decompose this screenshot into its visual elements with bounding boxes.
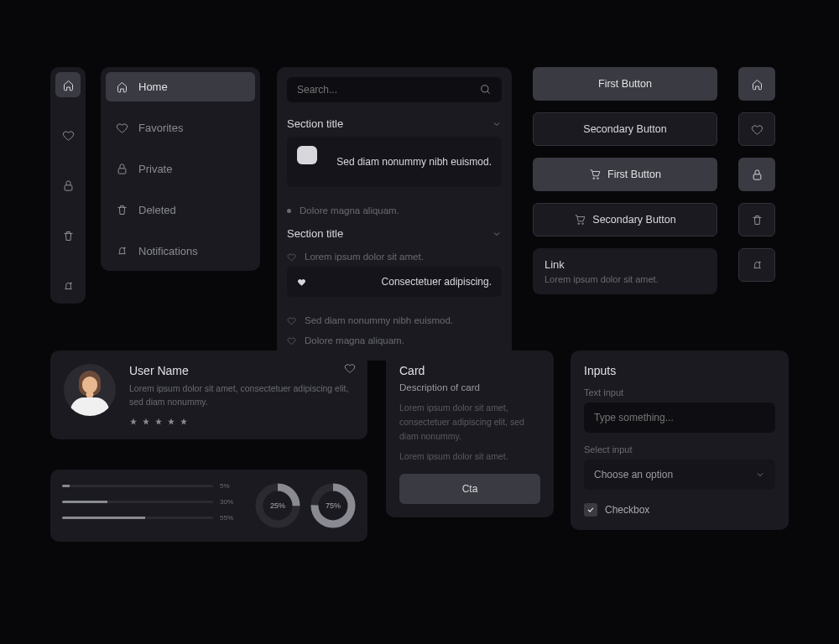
link-desc: Lorem ipsum dolor sit amet. xyxy=(545,274,706,284)
checkbox-label: Checkbox xyxy=(605,504,649,516)
list-item[interactable]: Consectetuer adipiscing. xyxy=(287,267,502,297)
list-item[interactable]: Sed diam nonummy nibh euismod. xyxy=(287,310,502,330)
svg-point-3 xyxy=(124,247,125,248)
search-input[interactable] xyxy=(297,84,480,96)
checkbox-row[interactable]: Checkbox xyxy=(584,503,775,517)
card: Card Description of card Lorem ipsum dol… xyxy=(386,351,554,517)
star-icon xyxy=(180,418,188,426)
sidebar-item-notifications[interactable]: Notifications xyxy=(106,236,255,266)
link-card[interactable]: Link Lorem ipsum dolor sit amet. xyxy=(533,248,717,294)
link-title: Link xyxy=(545,258,706,271)
primary-button[interactable]: First Button xyxy=(533,67,717,101)
icon-rail xyxy=(50,67,86,304)
progress-bar: 5% xyxy=(62,482,237,490)
secondary-button[interactable]: Secondary Button xyxy=(533,112,717,146)
svg-line-5 xyxy=(487,91,490,94)
sidebar-item-label: Notifications xyxy=(138,245,198,257)
sidebar-item-deleted[interactable]: Deleted xyxy=(106,195,255,225)
progress-panel: 5%30%55% 25%75% xyxy=(50,470,367,542)
section-header[interactable]: Section title xyxy=(287,227,502,240)
lock-icon xyxy=(116,163,128,175)
svg-rect-0 xyxy=(65,184,72,190)
icon-button-heart[interactable] xyxy=(738,112,775,146)
cart-icon xyxy=(589,169,601,180)
rail-trash[interactable] xyxy=(55,223,81,248)
svg-point-8 xyxy=(578,223,580,225)
card-body: Lorem ipsum dolor sit amet. xyxy=(399,449,540,464)
inputs-panel: Inputs Text input Select input Choose an… xyxy=(571,351,789,530)
star-icon xyxy=(142,418,150,426)
svg-point-9 xyxy=(582,223,584,225)
svg-point-11 xyxy=(759,262,760,262)
section-header[interactable]: Section title xyxy=(287,117,502,130)
sidebar-item-label: Private xyxy=(138,163,172,175)
select-input[interactable]: Choose an option xyxy=(584,460,775,490)
sidebar: HomeFavoritesPrivateDeletedNotifications xyxy=(101,67,260,271)
sidebar-item-label: Home xyxy=(138,80,168,93)
text-input-label: Text input xyxy=(584,387,775,397)
search-box[interactable] xyxy=(287,77,502,102)
donut-chart: 75% xyxy=(310,483,356,528)
sidebar-item-private[interactable]: Private xyxy=(106,154,255,184)
chevron-down-icon xyxy=(492,229,502,239)
rail-bell[interactable] xyxy=(55,273,81,299)
svg-point-1 xyxy=(70,283,71,283)
progress-bar: 55% xyxy=(62,514,237,522)
star-rating xyxy=(129,418,354,426)
svg-rect-2 xyxy=(118,169,126,174)
card-subtitle: Description of card xyxy=(399,382,540,392)
list-item[interactable]: Dolore magna aliquam. xyxy=(287,330,502,351)
icon-button-column xyxy=(738,67,777,293)
favorite-icon[interactable] xyxy=(344,362,356,374)
primary-cart-button[interactable]: First Button xyxy=(533,158,717,191)
svg-rect-10 xyxy=(753,174,761,179)
list-item[interactable]: Sed diam nonummy nibh euismod. xyxy=(287,137,502,187)
sidebar-item-label: Deleted xyxy=(138,204,176,216)
inputs-title: Inputs xyxy=(584,364,775,377)
star-icon xyxy=(167,418,175,426)
trash-icon xyxy=(116,204,128,216)
bell-icon xyxy=(116,245,128,257)
chevron-down-icon xyxy=(492,119,502,129)
card-body: Lorem ipsum dolor sit amet, consectetuer… xyxy=(399,401,540,443)
heart-icon xyxy=(287,336,296,345)
home-icon xyxy=(116,80,128,93)
star-icon xyxy=(154,418,163,426)
star-icon xyxy=(129,418,138,426)
rail-home[interactable] xyxy=(55,72,81,97)
card-title: Card xyxy=(399,364,540,377)
svg-point-6 xyxy=(593,178,595,179)
svg-point-7 xyxy=(597,178,599,179)
avatar xyxy=(64,364,116,416)
user-name: User Name xyxy=(129,364,354,377)
rail-heart[interactable] xyxy=(55,122,81,148)
chevron-down-icon xyxy=(755,470,765,480)
cta-button[interactable]: Cta xyxy=(399,474,540,504)
list-item[interactable]: Dolore magna aliquam. xyxy=(287,200,502,221)
user-desc: Lorem ipsum dolor sit amet, consectetuer… xyxy=(129,382,354,409)
bullet-icon xyxy=(287,209,291,213)
sidebar-item-favorites[interactable]: Favorites xyxy=(106,113,255,143)
text-input[interactable] xyxy=(584,402,775,433)
user-card: User Name Lorem ipsum dolor sit amet, co… xyxy=(50,351,367,439)
icon-button-trash[interactable] xyxy=(738,203,775,236)
list-panel: Section title Sed diam nonummy nibh euis… xyxy=(277,67,512,361)
icon-button-home[interactable] xyxy=(738,67,775,101)
sidebar-item-label: Favorites xyxy=(138,122,183,134)
sidebar-item-home[interactable]: Home xyxy=(106,72,255,101)
rail-lock[interactable] xyxy=(55,173,81,198)
cart-icon xyxy=(574,214,586,226)
heart-icon xyxy=(287,316,296,325)
list-item[interactable]: Lorem ipsum dolor sit amet. xyxy=(287,247,502,267)
icon-button-bell[interactable] xyxy=(738,248,775,282)
icon-button-lock[interactable] xyxy=(738,158,775,191)
heart-icon xyxy=(116,122,128,134)
checkbox[interactable] xyxy=(584,503,597,517)
svg-point-4 xyxy=(482,86,488,92)
check-icon xyxy=(586,506,595,514)
heart-icon xyxy=(297,278,306,287)
heart-icon xyxy=(287,252,296,262)
bullet-icon xyxy=(297,146,317,164)
secondary-cart-button[interactable]: Secondary Button xyxy=(533,203,717,236)
select-label: Select input xyxy=(584,444,775,454)
